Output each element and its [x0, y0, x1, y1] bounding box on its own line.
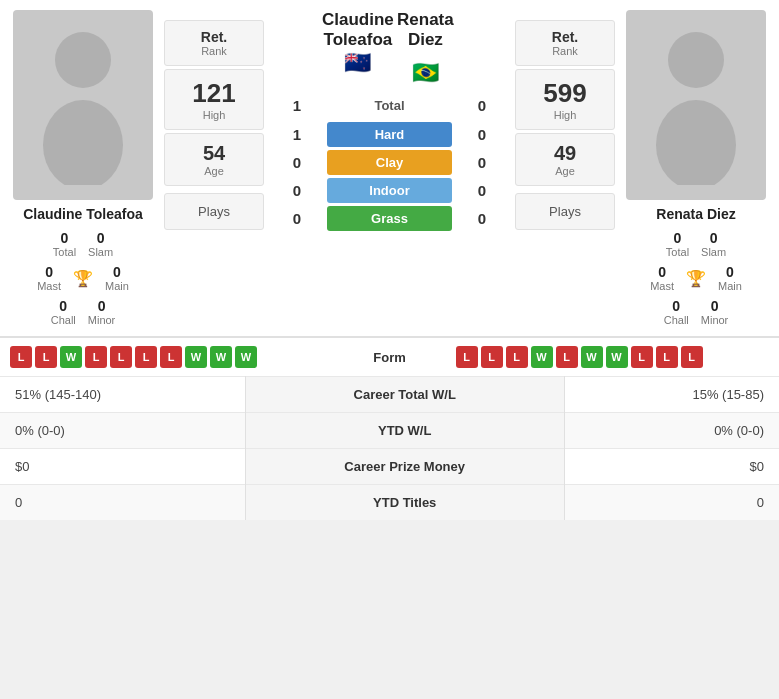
stat-right: 0	[564, 485, 779, 521]
stat-left: $0	[0, 449, 245, 485]
total-row: 1 Total 0	[272, 92, 507, 119]
form-badge: L	[481, 346, 503, 368]
stat-center: YTD Titles	[245, 485, 564, 521]
player1-stat-boxes: Ret. Rank 121 High 54 Age Plays	[164, 20, 264, 230]
left-player-section: Claudine Toleafoa 0 Total 0 Slam 0 Mast	[8, 10, 264, 326]
player2-main: 0 Main	[718, 264, 742, 292]
player2-name: Renata Diez	[656, 206, 735, 222]
stat-left: 0% (0-0)	[0, 413, 245, 449]
player1-total: 0 Total	[53, 230, 76, 258]
stat-left: 51% (145-140)	[0, 377, 245, 413]
form-badge: L	[631, 346, 653, 368]
player1-main: 0 Main	[105, 264, 129, 292]
form-badge: L	[456, 346, 478, 368]
form-badge: W	[581, 346, 603, 368]
stat-right: 0% (0-0)	[564, 413, 779, 449]
stat-right: 15% (15-85)	[564, 377, 779, 413]
player1-chall: 0 Chall	[51, 298, 76, 326]
form-section: LLWLLLLWWW Form LLLWLWWLLL	[0, 336, 779, 376]
form-badge: W	[185, 346, 207, 368]
form-badge: L	[160, 346, 182, 368]
player2-age-box: 49 Age	[515, 133, 615, 186]
player2-stat-boxes: Ret. Rank 599 High 49 Age Plays	[515, 20, 615, 230]
player2-total: 0 Total	[666, 230, 689, 258]
player2-stats-row2: 0 Mast 🏆 0 Main	[650, 264, 742, 292]
player2-chall: 0 Chall	[664, 298, 689, 326]
player1-plays-box: Plays	[164, 193, 264, 230]
player1-trophy-icon: 🏆	[73, 269, 93, 288]
form-badge: W	[210, 346, 232, 368]
player1-form: LLWLLLLWWW	[10, 346, 324, 368]
indoor-row: 0 Indoor 0	[272, 178, 507, 203]
center-section: Claudine Toleafoa 🇳🇿 Renata Diez 🇧🇷 1 To…	[272, 10, 507, 326]
player2-high-box: 599 High	[515, 69, 615, 130]
stats-row: 0YTD Titles0	[0, 485, 779, 521]
grass-row: 0 Grass 0	[272, 206, 507, 231]
player2-plays-box: Plays	[515, 193, 615, 230]
svg-point-1	[43, 100, 123, 185]
player2-header: Renata Diez 🇧🇷	[394, 10, 457, 86]
stats-row: $0Career Prize Money$0	[0, 449, 779, 485]
player1-name: Claudine Toleafoa	[23, 206, 143, 222]
player1-minor: 0 Minor	[88, 298, 116, 326]
hard-row: 1 Hard 0	[272, 122, 507, 147]
form-badge: L	[556, 346, 578, 368]
player1-slam: 0 Slam	[88, 230, 113, 258]
form-badge: W	[60, 346, 82, 368]
top-area: Claudine Toleafoa 0 Total 0 Slam 0 Mast	[0, 0, 779, 336]
svg-point-0	[55, 32, 111, 88]
player1-rank-box: Ret. Rank	[164, 20, 264, 66]
form-badge: L	[681, 346, 703, 368]
stat-center: Career Prize Money	[245, 449, 564, 485]
player2-slam: 0 Slam	[701, 230, 726, 258]
player2-mast: 0 Mast	[650, 264, 674, 292]
stats-table: 51% (145-140)Career Total W/L15% (15-85)…	[0, 376, 779, 520]
stat-right: $0	[564, 449, 779, 485]
player1-stats-row1: 0 Total 0 Slam	[53, 230, 113, 258]
player1-card: Claudine Toleafoa 0 Total 0 Slam 0 Mast	[8, 10, 158, 326]
player2-stats-row3: 0 Chall 0 Minor	[664, 298, 729, 326]
match-rows: 1 Total 0 1 Hard 0 0 Clay 0	[272, 92, 507, 231]
player2-trophy-icon: 🏆	[686, 269, 706, 288]
player1-avatar	[13, 10, 153, 200]
main-container: Claudine Toleafoa 0 Total 0 Slam 0 Mast	[0, 0, 779, 520]
player1-flag: 🇳🇿	[322, 50, 394, 76]
player2-form: LLLWLWWLLL	[456, 346, 770, 368]
form-badge: L	[656, 346, 678, 368]
stats-row: 0% (0-0)YTD W/L0% (0-0)	[0, 413, 779, 449]
player2-minor: 0 Minor	[701, 298, 729, 326]
clay-row: 0 Clay 0	[272, 150, 507, 175]
player2-card: Renata Diez 0 Total 0 Slam 0 Mast	[621, 10, 771, 326]
form-badge: L	[10, 346, 32, 368]
stat-center: YTD W/L	[245, 413, 564, 449]
form-badge: L	[85, 346, 107, 368]
form-badge: L	[110, 346, 132, 368]
player2-rank-box: Ret. Rank	[515, 20, 615, 66]
player1-mast: 0 Mast	[37, 264, 61, 292]
player1-age-box: 54 Age	[164, 133, 264, 186]
right-player-section: Renata Diez 0 Total 0 Slam 0 Mast	[515, 10, 771, 326]
form-badge: L	[506, 346, 528, 368]
player1-stats-row2: 0 Mast 🏆 0 Main	[37, 264, 129, 292]
form-label: Form	[330, 350, 450, 365]
stat-left: 0	[0, 485, 245, 521]
player1-stats-row3: 0 Chall 0 Minor	[51, 298, 116, 326]
player1-high-box: 121 High	[164, 69, 264, 130]
player2-flag: 🇧🇷	[394, 60, 457, 86]
form-badge: L	[135, 346, 157, 368]
player1-header: Claudine Toleafoa 🇳🇿	[322, 10, 394, 86]
form-badge: W	[531, 346, 553, 368]
stats-row: 51% (145-140)Career Total W/L15% (15-85)	[0, 377, 779, 413]
form-badge: W	[606, 346, 628, 368]
stat-center: Career Total W/L	[245, 377, 564, 413]
player2-avatar	[626, 10, 766, 200]
svg-point-3	[656, 100, 736, 185]
form-badge: L	[35, 346, 57, 368]
svg-point-2	[668, 32, 724, 88]
player-headers: Claudine Toleafoa 🇳🇿 Renata Diez 🇧🇷	[272, 10, 507, 86]
player2-stats-row1: 0 Total 0 Slam	[666, 230, 726, 258]
form-badge: W	[235, 346, 257, 368]
